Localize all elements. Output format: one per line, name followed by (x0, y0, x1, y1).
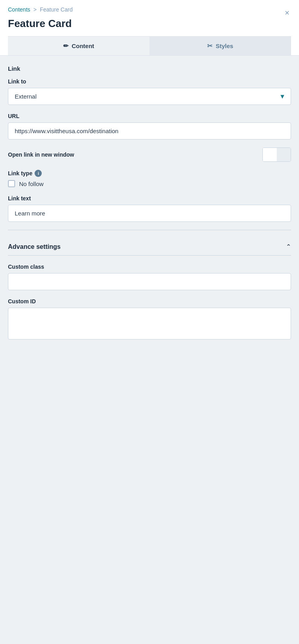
no-follow-label: No follow (19, 180, 44, 187)
link-to-select-wrapper: External Internal Email Phone None ▼ (8, 88, 291, 105)
tab-content[interactable]: ✏ Content (8, 37, 150, 55)
styles-tab-icon: ✂ (207, 42, 212, 50)
open-new-window-label: Open link in new window (8, 151, 74, 158)
url-label: URL (8, 113, 291, 119)
url-input[interactable] (8, 122, 291, 140)
link-text-input[interactable] (8, 205, 291, 222)
link-text-label: Link text (8, 195, 291, 202)
link-to-select[interactable]: External Internal Email Phone None (8, 88, 291, 105)
advance-settings-section: Advance settings ⌃ (8, 238, 291, 252)
open-new-window-toggle[interactable] (262, 147, 291, 162)
open-new-window-row: Open link in new window (8, 147, 291, 162)
link-section-title: Link (8, 65, 291, 72)
breadcrumb-contents-link[interactable]: Contents (8, 6, 30, 13)
tab-styles-label: Styles (216, 43, 233, 49)
custom-id-group: Custom ID (8, 298, 291, 339)
chevron-up-icon: ⌃ (286, 243, 291, 250)
content-area: Link Link to External Internal Email Pho… (0, 56, 299, 357)
link-text-group: Link text (8, 195, 291, 222)
custom-class-input[interactable] (8, 273, 291, 290)
link-type-label: Link type i (8, 170, 291, 177)
url-group: URL (8, 113, 291, 140)
divider-1 (8, 230, 291, 230)
toggle-on-half[interactable] (263, 148, 277, 161)
tab-styles[interactable]: ✂ Styles (150, 37, 291, 55)
advance-settings-header[interactable]: Advance settings ⌃ (8, 241, 291, 252)
link-type-group: Link type i No follow (8, 170, 291, 187)
no-follow-checkbox[interactable] (8, 180, 15, 187)
no-follow-row: No follow (8, 180, 291, 187)
tab-content-label: Content (72, 43, 94, 49)
breadcrumb-current: Feature Card (40, 6, 72, 13)
content-tab-icon: ✏ (63, 42, 68, 50)
advance-settings-title: Advance settings (8, 243, 60, 250)
link-to-label: Link to (8, 78, 291, 85)
divider-2 (8, 255, 291, 256)
page-title: Feature Card (8, 17, 291, 30)
tabs-container: ✏ Content ✂ Styles (8, 36, 291, 55)
toggle-off-half[interactable] (277, 148, 291, 161)
header: Contents > Feature Card × Feature Card ✏… (0, 0, 299, 56)
close-button[interactable]: × (283, 7, 291, 18)
custom-class-group: Custom class (8, 264, 291, 290)
breadcrumb: Contents > Feature Card (8, 6, 291, 13)
breadcrumb-separator: > (33, 6, 37, 13)
custom-class-label: Custom class (8, 264, 291, 270)
link-to-group: Link to External Internal Email Phone No… (8, 78, 291, 105)
link-type-info-icon[interactable]: i (35, 170, 42, 177)
custom-id-label: Custom ID (8, 298, 291, 305)
custom-id-input[interactable] (8, 308, 291, 339)
